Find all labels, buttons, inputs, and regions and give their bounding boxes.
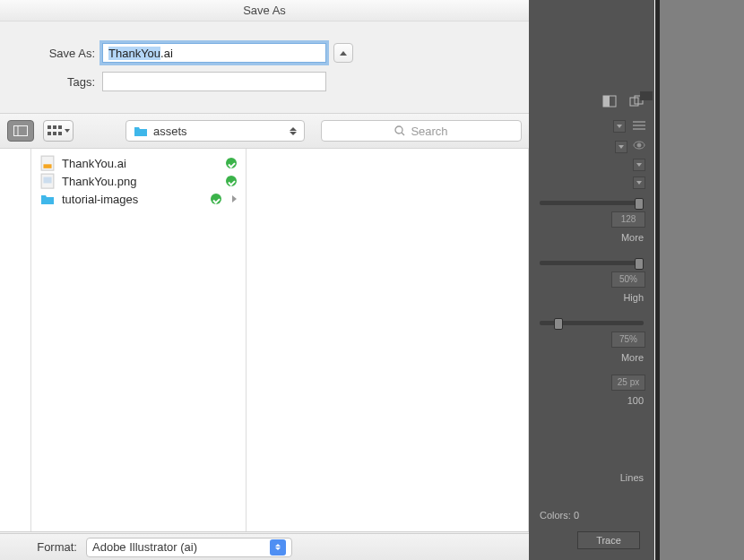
svg-point-17 xyxy=(395,126,402,134)
eye-icon[interactable] xyxy=(627,141,645,153)
save-as-label: Save As: xyxy=(43,47,95,60)
svg-rect-1 xyxy=(603,96,610,107)
folder-icon xyxy=(40,192,55,206)
svg-rect-15 xyxy=(53,132,56,135)
dialog-toolbar: assets Search xyxy=(0,113,529,149)
threshold-label: More xyxy=(529,230,654,252)
tags-label: Tags: xyxy=(43,75,95,89)
format-select[interactable]: Adobe Illustrator (ai) xyxy=(86,538,292,557)
search-placeholder: Search xyxy=(411,125,447,138)
view-mode-button[interactable] xyxy=(43,120,74,142)
detail-column xyxy=(247,149,529,531)
updown-icon xyxy=(270,539,286,556)
app-panel: 128 More 50% High 75% More 25 px 100 Lin… xyxy=(529,0,654,560)
file-icon xyxy=(40,174,55,188)
updown-icon xyxy=(290,127,297,135)
svg-rect-22 xyxy=(43,177,51,183)
chevron-down-icon xyxy=(65,129,70,133)
folder-select[interactable]: assets xyxy=(125,120,305,142)
svg-rect-13 xyxy=(58,125,62,129)
panel-dropdown-2[interactable] xyxy=(615,141,627,153)
panel-dropdown-4[interactable] xyxy=(633,177,645,189)
pct2-label: More xyxy=(529,350,654,372)
panel-colors-label: Colors: 0 xyxy=(529,506,654,521)
file-browser: ThankYou.aiThankYou.pngtutorial-images xyxy=(0,149,529,532)
format-row: Format: Adobe Illustrator (ai) xyxy=(0,533,529,560)
tags-input[interactable] xyxy=(102,72,326,91)
folder-name: assets xyxy=(153,125,284,138)
file-list-column[interactable]: ThankYou.aiThankYou.pngtutorial-images xyxy=(31,149,247,531)
filename-input[interactable] xyxy=(102,43,326,63)
chevron-right-icon xyxy=(232,195,237,202)
panel-icon-row xyxy=(529,90,654,118)
file-name: ThankYou.ai xyxy=(62,157,219,170)
search-icon xyxy=(394,125,405,136)
panel-lines-label: Lines xyxy=(529,469,654,483)
folder-icon xyxy=(134,125,148,137)
panel-dropdown-3[interactable] xyxy=(633,159,645,171)
file-row[interactable]: ThankYou.ai xyxy=(31,154,246,172)
list-icon[interactable] xyxy=(633,120,645,133)
panel-dropdown-1[interactable] xyxy=(613,120,626,133)
pct-label: High xyxy=(529,290,654,312)
sync-badge-icon xyxy=(211,194,221,204)
svg-line-18 xyxy=(402,133,404,135)
expand-collapse-button[interactable] xyxy=(333,43,353,63)
save-as-dialog: Save As Save As: Tags: xyxy=(0,0,529,560)
search-input[interactable]: Search xyxy=(321,120,522,142)
px-label: 100 xyxy=(529,393,654,415)
dialog-title: Save As xyxy=(0,0,529,22)
file-icon xyxy=(40,156,55,170)
svg-rect-16 xyxy=(58,132,62,135)
svg-rect-9 xyxy=(14,126,28,136)
sync-badge-icon xyxy=(226,158,237,168)
file-name: tutorial-images xyxy=(62,193,203,206)
pct-slider[interactable] xyxy=(540,261,644,265)
sync-badge-icon xyxy=(226,176,237,186)
trace-button[interactable]: Trace xyxy=(577,531,640,549)
canvas-area xyxy=(660,0,744,560)
finder-sidebar-column[interactable] xyxy=(0,149,31,531)
svg-rect-12 xyxy=(53,125,56,129)
svg-rect-14 xyxy=(48,132,51,135)
panel-flyout-icon[interactable] xyxy=(640,91,653,100)
threshold-slider[interactable] xyxy=(540,201,644,205)
sidebar-toggle-button[interactable] xyxy=(7,120,34,142)
svg-rect-20 xyxy=(43,164,51,168)
pct-value[interactable]: 50% xyxy=(611,271,645,288)
contrast-icon[interactable] xyxy=(602,95,617,109)
svg-rect-11 xyxy=(48,125,51,129)
pct2-value[interactable]: 75% xyxy=(611,332,645,348)
file-name: ThankYou.png xyxy=(62,175,219,188)
file-row[interactable]: ThankYou.png xyxy=(31,172,246,190)
file-row[interactable]: tutorial-images xyxy=(31,190,246,208)
format-value: Adobe Illustrator (ai) xyxy=(92,540,197,554)
pct2-slider[interactable] xyxy=(540,321,644,325)
threshold-value[interactable]: 128 xyxy=(611,211,645,228)
svg-point-8 xyxy=(637,143,641,147)
format-label: Format: xyxy=(25,540,77,554)
px-value[interactable]: 25 px xyxy=(611,375,645,391)
